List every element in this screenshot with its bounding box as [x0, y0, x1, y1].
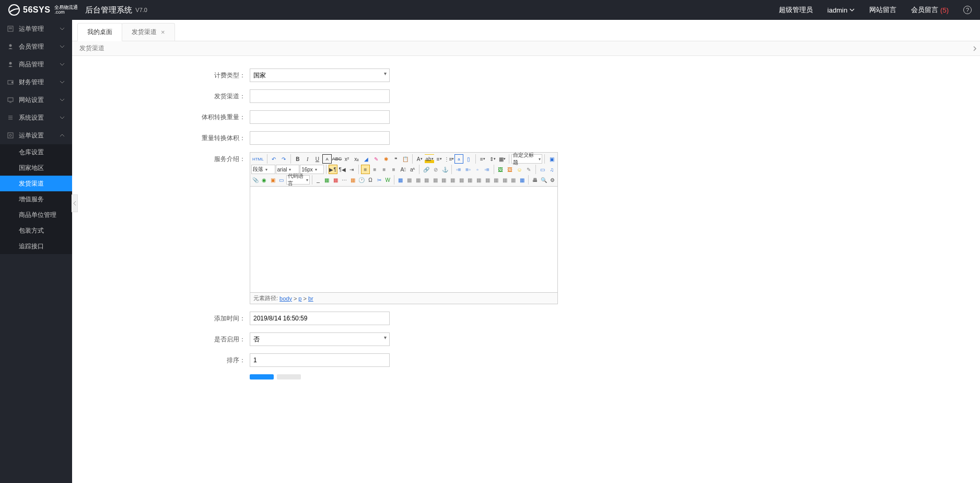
select-enabled[interactable]: 否 — [250, 332, 390, 346]
sidebar-item-site-settings[interactable]: 网站设置 — [0, 91, 72, 109]
calendar-icon[interactable]: ▦ — [349, 175, 357, 185]
border-icon[interactable]: ▦▾ — [498, 154, 507, 164]
unordered-list-icon[interactable]: ⋮≡▾ — [445, 154, 454, 164]
align-left-icon[interactable]: ≡ — [361, 165, 370, 174]
clock-icon[interactable]: 🕐 — [358, 175, 366, 185]
frame-icon[interactable]: ▭ — [277, 175, 286, 185]
date-icon[interactable]: ▦ — [323, 175, 331, 185]
split-cells-icon[interactable]: ▦ — [492, 175, 500, 185]
superscript-icon[interactable]: x² — [342, 154, 352, 164]
split-cols-icon[interactable]: ▦ — [509, 175, 518, 185]
forecolor-icon[interactable]: A▾ — [415, 154, 424, 164]
insert-image-icon[interactable]: 🖼 — [496, 165, 505, 174]
chevron-right-icon[interactable] — [973, 45, 977, 52]
video-icon[interactable]: ▭ — [538, 165, 547, 174]
sidebar-item-system-settings[interactable]: 系统设置 — [0, 109, 72, 126]
sidebar-collapse-handle[interactable] — [72, 194, 78, 212]
insert-table-icon[interactable]: ▦ — [396, 175, 405, 185]
sidebar-sub-tracking-api[interactable]: 追踪接口 — [0, 238, 72, 254]
lowercase-icon[interactable]: aᴬ — [408, 165, 417, 174]
blockquote-icon[interactable]: ❝ — [391, 154, 401, 164]
path-p[interactable]: p — [298, 295, 301, 302]
subscript-icon[interactable]: x₂ — [352, 154, 361, 164]
insert-col-before-icon[interactable]: ▦ — [440, 175, 448, 185]
code-lang-dropdown[interactable]: 代码语言 — [286, 175, 310, 185]
preview-icon[interactable]: 🔍 — [540, 175, 548, 185]
undo-icon[interactable]: ↶ — [270, 154, 279, 164]
snapscreen-icon[interactable]: ✂ — [375, 175, 383, 185]
pagebreak-icon[interactable]: ⋯ — [340, 175, 348, 185]
link-icon[interactable]: 🔗 — [422, 165, 430, 174]
path-body[interactable]: body — [279, 295, 292, 302]
map-icon[interactable]: ◉ — [260, 175, 269, 185]
sidebar-sub-product-unit[interactable]: 商品单位管理 — [0, 207, 72, 223]
backcolor-icon[interactable]: ab▾ — [425, 154, 434, 164]
row-spacing-icon[interactable]: ⇕▾ — [488, 154, 497, 164]
wordimage-icon[interactable]: W — [384, 175, 392, 185]
indent-icon[interactable]: ⇥ — [347, 165, 356, 174]
dir-rtl-icon[interactable]: ¶◀ — [338, 165, 347, 174]
sidebar-item-product-mgmt[interactable]: 商品管理 — [0, 55, 72, 73]
input-vol-weight[interactable] — [250, 110, 390, 124]
align-center-icon[interactable]: ≡ — [370, 165, 379, 174]
help-icon[interactable]: ? — [963, 6, 972, 14]
paste-plain-icon[interactable]: 📋 — [401, 154, 411, 164]
insert-col-after-icon[interactable]: ▦ — [449, 175, 457, 185]
admin-user-dropdown[interactable]: iadmin — [827, 6, 855, 14]
select-billing-type[interactable]: 国家 — [250, 68, 390, 82]
sidebar-sub-value-added[interactable]: 增值服务 — [0, 191, 72, 207]
delete-table-icon[interactable]: ▦ — [405, 175, 414, 185]
html-source-icon[interactable]: HTML — [251, 154, 265, 164]
merge-down-icon[interactable]: ▦ — [483, 175, 492, 185]
anchor-icon[interactable]: ⚓ — [440, 165, 449, 174]
format-match-icon[interactable]: ✎ — [371, 154, 381, 164]
ordered-list-icon[interactable]: ≡▾ — [435, 154, 444, 164]
img-left-icon[interactable]: ▫≡ — [454, 165, 463, 174]
dir-ltr-icon[interactable]: ▶¶ — [329, 165, 337, 174]
member-message-link[interactable]: 会员留言 (5) — [911, 5, 949, 15]
sidebar-item-waybill-settings[interactable]: 运单设置 — [0, 126, 72, 144]
attachment-icon[interactable]: 📎 — [251, 175, 260, 185]
print-icon[interactable]: 🖶 — [531, 175, 539, 185]
fullscreen-icon[interactable]: ▣ — [547, 154, 556, 164]
line-spacing-icon[interactable]: ≡▾ — [478, 154, 487, 164]
sidebar-sub-country-region[interactable]: 国家地区 — [0, 160, 72, 176]
sidebar-sub-warehouse[interactable]: 仓库设置 — [0, 144, 72, 160]
empty-doc-icon[interactable]: ▯ — [464, 154, 473, 164]
chart-icon[interactable]: ▦ — [518, 175, 527, 185]
input-sort[interactable] — [250, 353, 390, 367]
align-justify-icon[interactable]: ≡ — [389, 165, 398, 174]
input-add-time[interactable] — [250, 312, 390, 325]
delete-col-icon[interactable]: ▦ — [457, 175, 465, 185]
sidebar-sub-shipping-channel[interactable]: 发货渠道 — [0, 176, 72, 191]
scrawl-icon[interactable]: ✎ — [524, 165, 533, 174]
cancel-button[interactable] — [277, 374, 301, 380]
time-icon[interactable]: ▦ — [332, 175, 340, 185]
tab-shipping-channel[interactable]: 发货渠道 × — [122, 23, 175, 41]
multi-image-icon[interactable]: 🖼 — [506, 165, 515, 174]
img-center-icon[interactable]: ▫ — [473, 165, 482, 174]
sidebar-item-waybill-mgmt[interactable]: 运单管理 — [0, 20, 72, 38]
font-border-icon[interactable]: A — [322, 154, 332, 164]
italic-icon[interactable]: I — [303, 154, 312, 164]
submit-button[interactable] — [250, 374, 274, 380]
editor-body[interactable] — [250, 187, 557, 292]
input-channel[interactable] — [250, 89, 390, 103]
insert-row-after-icon[interactable]: ▦ — [423, 175, 431, 185]
insert-row-before-icon[interactable]: ▦ — [414, 175, 422, 185]
path-br[interactable]: br — [308, 295, 313, 302]
sidebar-item-member-mgmt[interactable]: 会员管理 — [0, 38, 72, 55]
custom-title-dropdown[interactable]: 自定义标题 — [511, 154, 542, 164]
music-icon[interactable]: ♫ — [547, 165, 556, 174]
special-char-icon[interactable]: Ω — [366, 175, 375, 185]
select-all-icon[interactable]: a — [454, 154, 464, 164]
input-weight-vol[interactable] — [250, 131, 390, 145]
unlink-icon[interactable]: ⊘ — [431, 165, 440, 174]
close-icon[interactable]: × — [161, 28, 165, 36]
bold-icon[interactable]: B — [293, 154, 302, 164]
eraser-icon[interactable]: ◢ — [362, 154, 371, 164]
uppercase-icon[interactable]: Aͣ — [399, 165, 407, 174]
sidebar-sub-packaging[interactable]: 包装方式 — [0, 223, 72, 238]
redo-icon[interactable]: ↷ — [279, 154, 288, 164]
help-tool-icon[interactable]: ⚙ — [548, 175, 556, 185]
